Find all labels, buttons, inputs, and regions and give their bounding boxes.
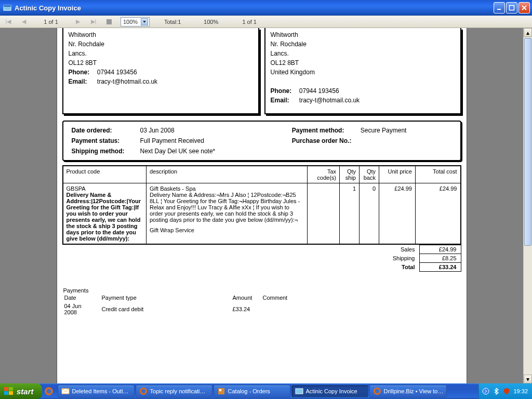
purchase-order-value: [358, 136, 454, 145]
item-qty-ship: 1: [340, 183, 360, 244]
task-outlook[interactable]: Deleted Items - Outl…: [58, 385, 135, 397]
email-label: Email:: [69, 77, 96, 86]
svg-point-9: [46, 389, 51, 394]
shipping-method-label: Shipping method:: [70, 147, 137, 156]
addr-line: Whitworth: [271, 30, 455, 39]
load-pct: 100%: [195, 19, 227, 25]
svg-rect-6: [4, 391, 8, 395]
start-button[interactable]: start: [0, 383, 42, 399]
next-page-button[interactable]: ▶: [74, 18, 82, 26]
purchase-order-label: Purchase order No.:: [290, 136, 357, 145]
payment-status-label: Payment status:: [70, 136, 137, 145]
task-topic-reply[interactable]: Topic reply notificati…: [136, 385, 212, 397]
tray-chevron-icon[interactable]: [482, 388, 489, 395]
page-position: 1 of 1: [35, 19, 66, 25]
col-tax: Tax code(s): [308, 166, 340, 183]
window-title: Actinic Copy Invoice: [15, 4, 81, 12]
shield-icon[interactable]: [503, 388, 510, 395]
tray-clock: 19:32: [513, 388, 528, 394]
item-tax: [308, 183, 340, 244]
task-label: Topic reply notificati…: [150, 388, 206, 394]
task-drillpine[interactable]: Drillpine.Biz • View to…: [369, 385, 447, 397]
windows-logo-icon: [4, 387, 14, 395]
phone-label: Phone:: [271, 86, 298, 96]
item-qty-back: 0: [360, 183, 379, 244]
record-total: Total:1: [157, 19, 188, 25]
scroll-thumb[interactable]: [524, 38, 531, 246]
task-label: Deleted Items - Outl…: [72, 388, 129, 394]
shipping-label: Shipping: [389, 254, 419, 263]
payment-method-value: Secure Payment: [358, 126, 454, 135]
maximize-button[interactable]: [506, 2, 517, 14]
svg-rect-1: [4, 5, 11, 7]
svg-point-18: [483, 388, 489, 394]
minimize-button[interactable]: [494, 2, 505, 14]
date-ordered-label: Date ordered:: [70, 126, 137, 135]
outlook-icon: [61, 387, 70, 395]
app-icon: [3, 4, 11, 12]
chevron-down-icon: [141, 18, 148, 25]
document-viewport: Whitworth Nr. Rochdale Lancs. OL12 8BT P…: [0, 28, 532, 383]
zoom-select[interactable]: 100%: [121, 17, 150, 26]
zoom-value: 100%: [123, 19, 138, 25]
shipping-method-value: Next Day Del UK see note*: [138, 147, 289, 156]
svg-rect-7: [9, 391, 13, 395]
first-page-button[interactable]: |◀: [4, 18, 12, 26]
order-info-box: Date ordered: 03 Jun 2008 Payment method…: [62, 121, 461, 161]
email-label: Email:: [271, 96, 298, 105]
phone-value: 07944 193456: [97, 69, 137, 76]
item-total-cost: £24.99: [416, 183, 460, 244]
svg-rect-3: [510, 6, 514, 10]
scroll-track[interactable]: [524, 37, 532, 375]
page-of: 1 of 1: [234, 19, 265, 25]
pay-amount: £33.24: [233, 303, 262, 316]
close-button[interactable]: [518, 2, 530, 14]
billing-address-box: Whitworth Nr. Rochdale Lancs. OL12 8BT P…: [62, 28, 259, 114]
item-unit-price: £24.99: [379, 183, 416, 244]
line-items-table: Product code description Tax code(s) Qty…: [62, 165, 461, 245]
last-page-button[interactable]: ▶|: [89, 18, 98, 26]
phone-value: 07944 193456: [299, 87, 339, 95]
addr-line: Lancs.: [271, 49, 455, 58]
prev-page-button[interactable]: ◀: [20, 18, 28, 26]
bluetooth-icon[interactable]: [493, 388, 500, 395]
table-row: 04 Jun 2008 Credit card debit £33.24: [64, 303, 294, 316]
task-actinic-invoice[interactable]: Actinic Copy Invoice: [291, 385, 368, 397]
report-icon: [295, 387, 303, 395]
svg-rect-15: [296, 389, 303, 394]
windows-taskbar: start Deleted Items - Outl… Topic reply …: [0, 383, 532, 399]
pay-col-type: Payment type: [102, 295, 232, 302]
product-code: GBSPA: [66, 185, 143, 192]
sales-label: Sales: [389, 245, 419, 254]
item-desc: Delivery Name & Address:¬Mrs J Also ¦ 12…: [150, 192, 304, 223]
stop-button[interactable]: [105, 18, 113, 26]
pay-col-date: Date: [64, 295, 101, 302]
payment-status-value: Full Payment Received: [138, 136, 289, 145]
system-tray: 19:32: [478, 383, 532, 399]
payments-heading: Payments: [63, 287, 460, 294]
pay-type: Credit card debit: [102, 303, 232, 316]
svg-rect-2: [497, 9, 501, 10]
addr-line: Nr. Rochdale: [69, 39, 253, 49]
quick-launch: [42, 387, 56, 396]
scroll-down-button[interactable]: ▾: [524, 375, 532, 383]
item-desc: Gift Baskets - Spa: [150, 185, 304, 192]
svg-rect-14: [219, 389, 221, 391]
addr-line: OL12 8BT: [69, 58, 253, 68]
shipping-address-box: Whitworth Nr. Rochdale Lancs. OL12 8BT U…: [264, 28, 461, 114]
task-catalog[interactable]: Catalog - Orders: [214, 385, 290, 397]
pay-col-amount: Amount: [233, 295, 262, 302]
vertical-scrollbar[interactable]: ▴ ▾: [523, 28, 532, 383]
col-qty-back: Qty back: [360, 166, 379, 183]
browser-icon: [139, 387, 148, 395]
payments-section: Payments Date Payment type Amount Commen…: [63, 287, 460, 317]
col-total-cost: Total cost: [416, 166, 460, 183]
svg-point-17: [375, 389, 379, 393]
col-unit-price: Unit price: [379, 166, 416, 183]
totals-box: Sales£24.99 Shipping£8.25 Total£33.24: [62, 245, 461, 272]
task-label: Drillpine.Biz • View to…: [384, 388, 444, 394]
table-row: GBSPA Delivery Name & Address:|12Postcod…: [63, 183, 460, 244]
firefox-icon[interactable]: [44, 387, 54, 396]
scroll-up-button[interactable]: ▴: [524, 28, 532, 37]
addr-line: Nr. Rochdale: [271, 39, 455, 49]
